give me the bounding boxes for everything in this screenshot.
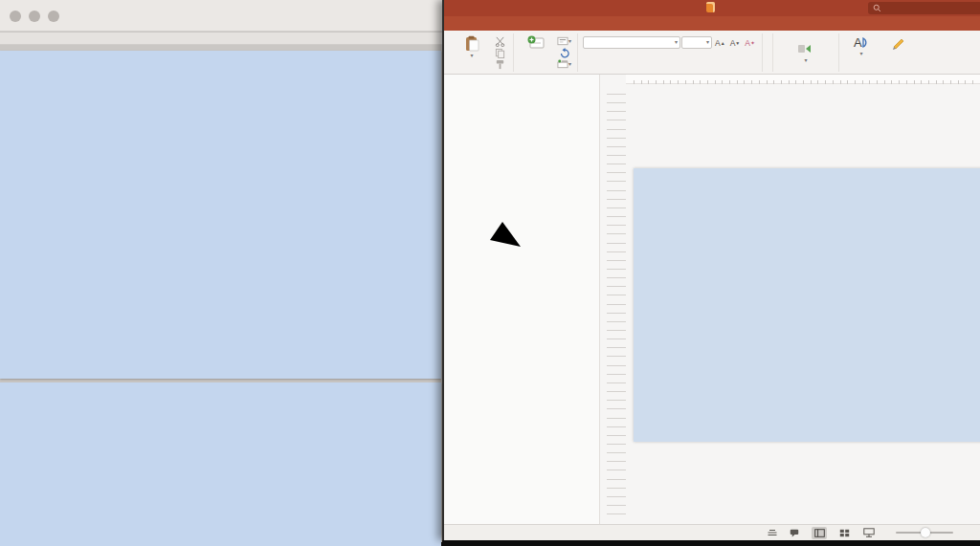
copy-button[interactable] xyxy=(492,47,508,58)
preview-window xyxy=(0,0,442,542)
copy-icon xyxy=(495,48,505,58)
smartart-caret: ▾ xyxy=(804,58,807,63)
scissors-icon xyxy=(495,36,505,47)
minimize-button[interactable] xyxy=(29,11,40,22)
format-painter-icon xyxy=(495,59,505,70)
zoom-slider[interactable] xyxy=(896,532,953,534)
preview-traffic-lights[interactable] xyxy=(10,11,59,22)
convert-to-smartart-button[interactable]: ▾ xyxy=(778,33,834,72)
notes-toggle[interactable] xyxy=(768,529,780,537)
preview-toolbar xyxy=(0,0,442,32)
reset-button[interactable] xyxy=(556,47,572,58)
screenshot-stage: ▾ ▾ ▾ xyxy=(0,0,980,546)
comments-toggle[interactable] xyxy=(790,529,802,537)
horizontal-ruler xyxy=(626,75,980,84)
normal-view-icon xyxy=(814,529,825,537)
paste-icon xyxy=(465,35,479,52)
svg-text:A: A xyxy=(854,35,862,50)
slide-editor-canvas xyxy=(626,84,980,524)
new-slide-button[interactable] xyxy=(519,33,553,72)
slideshow-icon xyxy=(863,528,875,537)
section-icon xyxy=(557,59,568,69)
pdf-page-2 xyxy=(0,382,441,546)
paste-button[interactable]: ▾ xyxy=(455,33,489,72)
zoom-button[interactable] xyxy=(48,11,59,22)
close-button[interactable] xyxy=(10,11,21,22)
layout-icon xyxy=(557,36,568,46)
slides-group: ▾ ▾ xyxy=(514,33,578,72)
clipboard-group: ▾ xyxy=(450,33,514,72)
smartart-icon xyxy=(797,43,814,55)
insert-textbox-button[interactable]: A ▾ xyxy=(844,33,879,72)
layout-button[interactable]: ▾ xyxy=(556,35,572,47)
notes-icon xyxy=(768,529,777,537)
insert-group: A ▾ xyxy=(839,33,921,72)
smartart-group: ▾ xyxy=(773,33,839,72)
current-slide[interactable] xyxy=(634,168,980,442)
clear-formatting-button[interactable]: A✦ xyxy=(743,36,757,49)
font-paragraph-group: ▾ ▾ A▲ A▼ A✦ xyxy=(578,33,763,72)
ribbon-tab-bar xyxy=(444,16,980,31)
font-size-combo[interactable]: ▾ xyxy=(681,36,712,49)
draw-button[interactable] xyxy=(881,33,916,72)
grid-view-icon xyxy=(839,529,850,537)
slide-sorter-view-button[interactable] xyxy=(836,527,852,539)
slide-thumbnail-panel xyxy=(444,75,600,524)
ppt-status-bar xyxy=(444,524,980,540)
ppt-content-area xyxy=(444,75,980,524)
cut-button[interactable] xyxy=(492,35,508,47)
paragraph-group xyxy=(763,33,773,72)
increase-font-button[interactable]: A▲ xyxy=(713,36,727,49)
paste-dropdown-caret[interactable]: ▾ xyxy=(470,54,473,58)
zoom-slider-knob[interactable] xyxy=(921,528,930,537)
search-presentation-box[interactable] xyxy=(868,2,980,14)
pdf-content-area xyxy=(0,46,442,542)
insert-caret[interactable]: ▾ xyxy=(859,52,862,56)
section-button[interactable]: ▾ xyxy=(556,58,572,70)
vertical-ruler xyxy=(607,94,626,514)
font-name-combo[interactable]: ▾ xyxy=(583,36,680,49)
ribbon: ▾ ▾ ▾ xyxy=(444,31,980,75)
preview-tab-bar[interactable] xyxy=(0,33,442,45)
powerpoint-doc-icon xyxy=(706,2,715,12)
new-slide-icon xyxy=(527,35,545,50)
search-icon xyxy=(873,4,881,12)
decrease-font-button[interactable]: A▼ xyxy=(728,36,743,49)
slideshow-view-button[interactable] xyxy=(861,527,877,539)
ppt-titlebar xyxy=(444,0,980,16)
comments-icon xyxy=(790,529,799,537)
powerpoint-window: ▾ ▾ ▾ xyxy=(442,0,980,540)
normal-view-button[interactable] xyxy=(812,527,827,539)
pdf-page-1 xyxy=(0,51,441,379)
format-painter-button[interactable] xyxy=(492,58,508,70)
draw-pencil-icon xyxy=(891,35,906,50)
reset-icon xyxy=(559,48,570,58)
insert-text-icon: A xyxy=(853,35,870,50)
